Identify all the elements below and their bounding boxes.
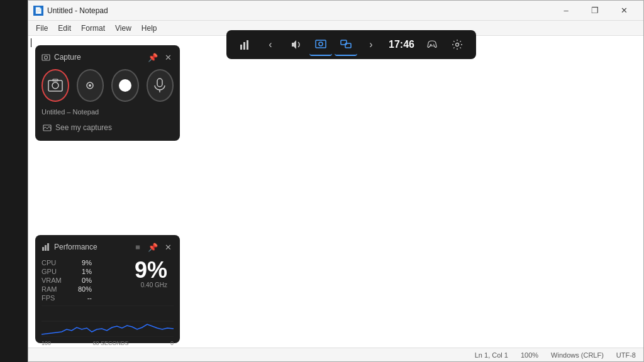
capture-widget-controls: 📌 ✕	[147, 52, 174, 63]
perf-settings-button[interactable]: ≡	[132, 241, 143, 253]
gallery-icon	[43, 123, 52, 132]
minimize-button[interactable]: –	[552, 1, 580, 21]
screen-capture-button[interactable]	[309, 33, 332, 56]
menu-view[interactable]: View	[110, 21, 136, 36]
capture-pin-button[interactable]: 📌	[147, 52, 158, 63]
window-title: Untitled - Notepad	[47, 6, 108, 15]
settings-button[interactable]	[446, 33, 469, 56]
svg-point-10	[434, 45, 435, 45]
perf-stat-ram: RAM 80%	[42, 285, 92, 293]
svg-point-15	[52, 82, 58, 89]
perf-big-number: 9%	[92, 259, 167, 282]
svg-point-19	[119, 79, 131, 92]
statusbar: Ln 1, Col 1 100% Windows (CRLF) UTF-8	[28, 348, 643, 361]
capture-widget-header: Capture 📌 ✕	[42, 52, 174, 63]
perf-stat-gpu: GPU 1%	[42, 268, 92, 275]
line-ending: Windows (CRLF)	[551, 351, 604, 359]
cursor-position: Ln 1, Col 1	[475, 351, 508, 359]
capture-title-icon	[42, 53, 50, 62]
menu-file[interactable]: File	[31, 21, 53, 36]
capture-buttons	[42, 69, 174, 102]
close-button[interactable]: ✕	[609, 1, 638, 21]
window-controls: – ❐ ✕	[552, 1, 638, 21]
perf-close-button[interactable]: ✕	[162, 241, 174, 253]
svg-rect-0	[240, 45, 242, 50]
taskbar-left	[0, 0, 28, 362]
perf-inner: CPU 9% GPU 1% VRAM 0% RAM 80% FPS -- 9% …	[42, 259, 174, 302]
perf-stat-vram: VRAM 0%	[42, 277, 92, 284]
chart-max-label: 100	[42, 340, 51, 346]
chart-time-label: 60 SECONDS	[92, 340, 128, 346]
maximize-button[interactable]: ❐	[580, 1, 609, 21]
next-button[interactable]: ›	[360, 33, 382, 56]
svg-rect-1	[243, 42, 245, 50]
perf-pin-button[interactable]: 📌	[147, 241, 158, 253]
perf-chart-area: 100 60 SECONDS 0	[42, 305, 174, 337]
perf-title-icon	[42, 243, 50, 251]
svg-rect-24	[45, 245, 47, 251]
svg-point-11	[455, 43, 458, 47]
svg-point-9	[433, 44, 434, 45]
svg-point-4	[319, 42, 323, 46]
text-cursor	[31, 38, 31, 47]
record-button[interactable]	[77, 69, 104, 102]
svg-point-18	[89, 84, 91, 87]
capture-app-name: Untitled – Notepad	[42, 108, 174, 116]
perf-stat-cpu: CPU 9%	[42, 259, 92, 266]
svg-rect-12	[42, 55, 50, 60]
performance-icon-btn[interactable]	[234, 33, 257, 56]
svg-rect-23	[42, 247, 44, 251]
titlebar-left: 📄 Untitled - Notepad	[33, 6, 108, 16]
titlebar: 📄 Untitled - Notepad – ❐ ✕	[28, 1, 643, 21]
notepad-app-icon: 📄	[33, 6, 43, 16]
svg-rect-25	[47, 243, 49, 251]
overlay-button[interactable]	[335, 33, 357, 56]
mic-button[interactable]	[147, 69, 174, 102]
svg-rect-2	[247, 40, 248, 50]
gamebar-toolbar: ‹ › 17:46	[226, 30, 476, 59]
svg-rect-20	[157, 79, 162, 87]
controller-button[interactable]	[421, 33, 443, 56]
perf-ghz: 0.40 GHz	[92, 282, 167, 288]
encoding: UTF-8	[616, 351, 636, 359]
capture-widget: Capture 📌 ✕	[35, 45, 180, 141]
capture-widget-title: Capture	[42, 53, 81, 62]
menu-format[interactable]: Format	[76, 21, 110, 36]
svg-point-13	[45, 56, 48, 59]
clock-display: 17:46	[385, 39, 418, 50]
menu-edit[interactable]: Edit	[53, 21, 76, 36]
perf-chart	[42, 305, 174, 337]
perf-stat-fps: FPS --	[42, 294, 92, 302]
perf-chart-labels: 100 60 SECONDS 0	[42, 340, 174, 346]
chart-min-label: 0	[170, 340, 174, 346]
volume-button[interactable]	[284, 33, 307, 56]
see-captures-link[interactable]: See my captures	[42, 121, 174, 134]
perf-widget-header: Performance ≡ 📌 ✕	[42, 241, 174, 253]
menu-help[interactable]: Help	[136, 21, 162, 36]
zoom-level: 100%	[521, 351, 538, 359]
perf-main-display: 9% 0.40 GHz	[92, 259, 167, 291]
performance-widget: Performance ≡ 📌 ✕ CPU 9% GPU 1% VRAM 0% …	[35, 235, 180, 343]
record-dot-button[interactable]	[111, 69, 139, 102]
screenshot-button[interactable]	[42, 69, 69, 102]
svg-rect-3	[316, 40, 326, 48]
perf-stats: CPU 9% GPU 1% VRAM 0% RAM 80% FPS --	[42, 259, 92, 302]
perf-widget-title: Performance	[42, 243, 97, 251]
perf-widget-controls: ≡ 📌 ✕	[132, 241, 174, 253]
capture-close-button[interactable]: ✕	[162, 52, 174, 63]
prev-button[interactable]: ‹	[259, 33, 282, 56]
